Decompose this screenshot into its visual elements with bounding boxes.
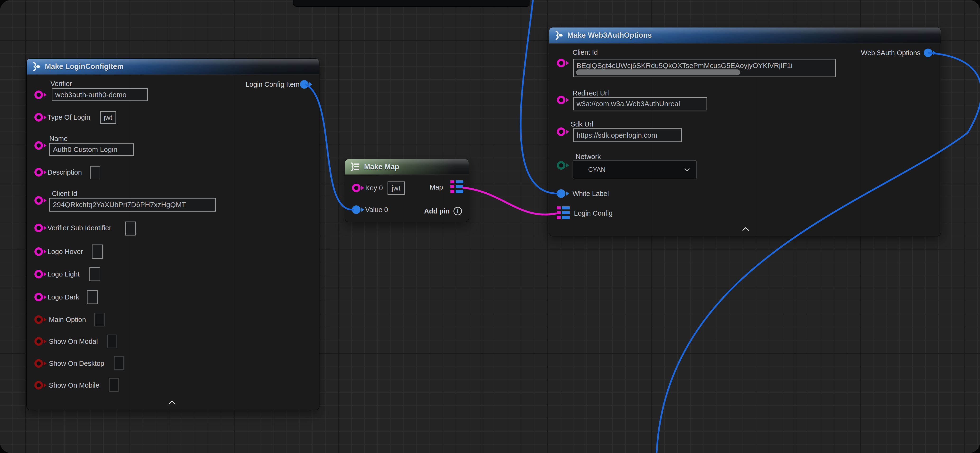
pin-network[interactable] [557, 161, 565, 169]
blueprint-canvas[interactable]: Make LoginConfigItem Login Config Item V… [0, 0, 980, 453]
map-pin-icon [557, 206, 570, 219]
input-sdk-url[interactable]: https://sdk.openlogin.com [573, 128, 682, 142]
label-redirect-url: Redirect Url [573, 90, 609, 97]
collapse-node-button[interactable] [742, 227, 749, 232]
add-pin-button[interactable]: + [453, 207, 462, 215]
pin-client-id[interactable] [557, 59, 565, 67]
pin-redirect-url[interactable] [557, 96, 565, 104]
label-type-of-login: Type Of Login [48, 114, 91, 121]
label-login-config: Login Config [574, 210, 612, 217]
input-type-of-login[interactable]: jwt [100, 111, 116, 124]
node-header-make-web3authoptions[interactable]: Make Web3AuthOptions [549, 27, 941, 44]
checkbox-show-on-mobile[interactable] [109, 378, 119, 392]
pin-logo-hover[interactable] [34, 247, 43, 256]
node-make-loginconfigitem[interactable]: Make LoginConfigItem Login Config Item V… [27, 59, 319, 410]
label-main-option: Main Option [49, 316, 86, 323]
network-selected-value: CYAN [588, 166, 606, 173]
label-logo-hover: Logo Hover [48, 248, 83, 255]
make-struct-icon [32, 61, 41, 72]
node-header-make-map[interactable]: Make Map [345, 159, 469, 175]
pin-key-0[interactable] [352, 184, 361, 192]
pin-verifier[interactable] [34, 90, 43, 99]
checkbox-main-option[interactable] [94, 313, 105, 326]
pin-logo-dark[interactable] [34, 293, 43, 301]
horizontal-scrollbar[interactable] [576, 70, 740, 75]
node-make-web3authoptions[interactable]: Make Web3AuthOptions Web 3Auth Options C… [549, 27, 941, 236]
pin-verifier-sub-identifier[interactable] [34, 224, 43, 232]
pin-show-on-desktop[interactable] [34, 359, 43, 368]
chevron-up-icon [742, 227, 749, 231]
node-make-map[interactable]: Make Map Key 0 jwt Map Value 0 Add pin + [345, 159, 469, 222]
pin-description[interactable] [34, 168, 43, 176]
pin-logo-light[interactable] [34, 270, 43, 279]
input-client-id[interactable]: BEglQSgt4cUWcj6SKRdu5QkOXTsePmMcusG5EAoy… [573, 59, 836, 77]
input-logo-light[interactable] [89, 267, 100, 281]
node-title: Make Web3AuthOptions [567, 31, 652, 40]
offscreen-node-top[interactable] [293, 0, 530, 6]
pin-client-id[interactable] [34, 196, 43, 205]
chevron-down-icon [684, 168, 690, 171]
label-key-0: Key 0 [365, 185, 383, 192]
screenshot-frame: Make LoginConfigItem Login Config Item V… [0, 0, 980, 453]
pin-show-on-modal[interactable] [34, 337, 43, 346]
label-logo-light: Logo Light [48, 271, 80, 278]
checkbox-show-on-modal[interactable] [107, 334, 117, 348]
label-show-on-mobile: Show On Mobile [49, 382, 99, 389]
label-logo-dark: Logo Dark [48, 294, 79, 301]
label-client-id: Client Id [52, 190, 77, 197]
label-show-on-modal: Show On Modal [49, 338, 98, 345]
input-logo-hover[interactable] [92, 244, 103, 259]
label-verifier: Verifier [51, 80, 72, 87]
pin-show-on-mobile[interactable] [34, 381, 43, 390]
map-pin-icon [450, 180, 463, 193]
pin-out-map[interactable] [450, 180, 463, 194]
client-id-value: BEglQSgt4cUWcj6SKRdu5QkOXTsePmMcusG5EAoy… [577, 62, 792, 70]
input-description[interactable] [90, 166, 100, 179]
add-pin-label[interactable]: Add pin [424, 208, 450, 215]
input-redirect-url[interactable]: w3a://com.w3a.Web3AuthUnreal [573, 97, 707, 111]
label-client-id: Client Id [573, 49, 598, 56]
output-label-map: Map [430, 184, 443, 191]
output-label-login-config-item: Login Config Item [246, 81, 299, 88]
node-title: Make Map [364, 163, 399, 171]
wire-map-to-login-config[interactable] [463, 188, 556, 214]
output-label-web3auth-options: Web 3Auth Options [861, 49, 921, 56]
pin-main-option[interactable] [34, 315, 43, 324]
input-client-id[interactable]: 294QRkchfq2YaXUbPri7D6PH7xzHgQMT [49, 198, 216, 212]
label-network: Network [576, 153, 601, 160]
pin-type-of-login[interactable] [34, 113, 43, 122]
collapse-node-button[interactable] [169, 400, 175, 405]
input-verifier-sub-identifier[interactable] [125, 222, 136, 236]
label-value-0: Value 0 [365, 206, 388, 213]
input-name[interactable]: Auth0 Custom Login [49, 143, 134, 156]
pin-out-login-config-item[interactable] [300, 80, 309, 89]
network-dropdown[interactable]: CYAN [573, 160, 697, 179]
label-show-on-desktop: Show On Desktop [49, 360, 104, 367]
label-description: Description [48, 169, 82, 176]
node-title: Make LoginConfigItem [45, 62, 124, 71]
chevron-up-icon [169, 400, 175, 404]
label-name: Name [49, 135, 68, 142]
input-logo-dark[interactable] [87, 290, 98, 304]
node-header-make-loginconfigitem[interactable]: Make LoginConfigItem [27, 59, 319, 75]
label-sdk-url: Sdk Url [571, 121, 593, 128]
make-struct-icon [554, 30, 563, 41]
label-verifier-sub-identifier: Verifier Sub Identifier [48, 225, 111, 231]
input-verifier[interactable]: web3auth-auth0-demo [52, 89, 148, 101]
make-map-icon [350, 162, 360, 171]
pin-sdk-url[interactable] [557, 127, 565, 136]
pin-login-config[interactable] [557, 206, 570, 220]
pin-name[interactable] [34, 141, 43, 150]
input-key-0[interactable]: jwt [388, 182, 405, 195]
checkbox-show-on-desktop[interactable] [114, 356, 124, 370]
label-white-label: White Label [573, 190, 609, 197]
